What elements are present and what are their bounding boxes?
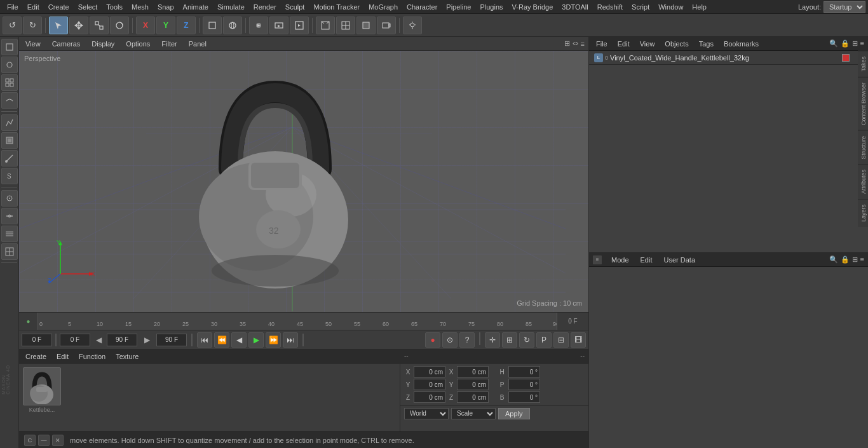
tags-menu-right[interactable]: Tags xyxy=(696,39,717,49)
apply-button[interactable]: Apply xyxy=(498,408,530,419)
menu-animate[interactable]: Animate xyxy=(179,2,213,12)
cameras-menu[interactable]: Cameras xyxy=(50,39,83,49)
menu-edit[interactable]: Edit xyxy=(23,2,44,12)
y-axis-button[interactable]: Y xyxy=(156,17,175,34)
layout-select[interactable]: Startup xyxy=(824,1,865,13)
preview-frame-field[interactable] xyxy=(156,334,187,346)
view-menu[interactable]: View xyxy=(23,39,43,49)
panel-menu[interactable]: Panel xyxy=(186,39,209,49)
edit-menu-right[interactable]: Edit xyxy=(614,39,633,49)
viewport-maximize[interactable]: ⊞ xyxy=(564,39,570,48)
sidebar-grid-mode[interactable] xyxy=(1,74,18,91)
viewport-3d[interactable]: Perspective xyxy=(19,51,588,312)
filter-menu[interactable]: Filter xyxy=(159,39,179,49)
viewport-settings[interactable]: ≡ xyxy=(581,40,585,48)
menu-script[interactable]: Script xyxy=(627,2,654,12)
scale-dropdown[interactable]: Scale xyxy=(451,408,496,419)
status-cinema-icon[interactable]: C xyxy=(24,435,36,446)
sidebar-grid-btn[interactable] xyxy=(1,226,18,242)
attr-lock-icon[interactable]: 🔒 xyxy=(841,255,850,264)
undo-button[interactable]: ↺ xyxy=(3,17,22,34)
scale-tool-button[interactable] xyxy=(90,17,109,34)
menu-motion-tracker[interactable]: Motion Tracker xyxy=(309,2,364,12)
play-button[interactable]: ▶ xyxy=(248,332,264,348)
keyframe-button[interactable]: ? xyxy=(459,332,475,348)
move-tool-button[interactable] xyxy=(69,17,88,34)
menu-file[interactable]: File xyxy=(3,2,23,12)
obj-function-menu[interactable]: Function xyxy=(76,351,108,362)
menu-mesh[interactable]: Mesh xyxy=(127,2,153,12)
redo-button[interactable]: ↻ xyxy=(23,17,42,34)
right-panel-settings[interactable]: ≡ xyxy=(860,39,864,48)
end-frame-field[interactable] xyxy=(107,334,137,346)
texture-mode-button[interactable] xyxy=(223,17,242,34)
menu-plugins[interactable]: Plugins xyxy=(475,2,507,12)
options-menu[interactable]: Options xyxy=(123,39,153,49)
x-axis-button[interactable]: X xyxy=(136,17,155,34)
lock-icon[interactable]: 🔒 xyxy=(841,39,850,48)
sidebar-spline-mode[interactable] xyxy=(1,114,18,131)
pos-y-field[interactable] xyxy=(414,379,445,390)
sidebar-poly-mode[interactable] xyxy=(1,39,18,55)
menu-mograph[interactable]: MoGraph xyxy=(364,2,402,12)
render-view-button[interactable] xyxy=(269,17,288,34)
size-y-field[interactable] xyxy=(457,379,489,390)
world-dropdown[interactable]: World xyxy=(404,408,449,419)
menu-sculpt[interactable]: Sculpt xyxy=(281,2,309,12)
view-menu-right[interactable]: View xyxy=(637,39,658,49)
pos-x-field[interactable] xyxy=(414,366,445,377)
edit-attr-menu[interactable]: Edit xyxy=(637,255,656,265)
content-browser-tab[interactable]: Content Browser xyxy=(858,77,868,130)
extra-btn-3[interactable]: ↻ xyxy=(519,332,534,348)
menu-simulate[interactable]: Simulate xyxy=(213,2,249,12)
current-frame-field[interactable] xyxy=(22,334,52,346)
render-queue-button[interactable] xyxy=(290,17,309,34)
obj-texture-menu[interactable]: Texture xyxy=(113,351,141,362)
sidebar-subdivide-btn[interactable] xyxy=(1,243,18,260)
menu-pipeline[interactable]: Pipeline xyxy=(442,2,475,12)
extra-btn-1[interactable]: ✛ xyxy=(485,332,500,348)
sidebar-param-mode[interactable] xyxy=(1,132,18,149)
menu-redshift[interactable]: Redshift xyxy=(593,2,627,12)
play-reverse-button[interactable]: ◀ xyxy=(231,332,247,348)
obj-edit-menu[interactable]: Edit xyxy=(54,351,71,362)
display-menu[interactable]: Display xyxy=(89,39,117,49)
rotate-tool-button[interactable] xyxy=(110,17,129,34)
pos-z-field[interactable] xyxy=(414,391,445,403)
objects-menu-right[interactable]: Objects xyxy=(661,39,691,49)
object-row[interactable]: L 0 Vinyl_Coated_Wide_Handle_Kettlebell_… xyxy=(589,51,868,65)
attributes-tab[interactable]: Attributes xyxy=(858,164,868,199)
render-button[interactable] xyxy=(249,17,268,34)
start-frame-field[interactable] xyxy=(60,334,90,346)
sidebar-weld-mode[interactable] xyxy=(1,208,18,224)
step-back-button[interactable]: ⏪ xyxy=(214,332,229,348)
extra-btn-2[interactable]: ⊞ xyxy=(502,332,517,348)
menu-window[interactable]: Window xyxy=(654,2,688,12)
sidebar-s-mode[interactable]: S xyxy=(1,168,18,184)
viewport-arrows[interactable]: ⇔ xyxy=(573,39,578,48)
front-view-btn[interactable] xyxy=(356,17,376,34)
motion-path-btn[interactable]: P xyxy=(536,332,552,348)
menu-vray[interactable]: V-Ray Bridge xyxy=(508,2,558,12)
z-axis-button[interactable]: Z xyxy=(177,17,196,34)
menu-character[interactable]: Character xyxy=(402,2,442,12)
menu-help[interactable]: Help xyxy=(688,2,711,12)
status-close-icon[interactable]: ✕ xyxy=(52,435,64,446)
objects-list-content[interactable] xyxy=(589,65,868,252)
model-mode-button[interactable] xyxy=(203,17,222,34)
obj-create-menu[interactable]: Create xyxy=(23,351,49,362)
frame-up-btn[interactable]: ▶ xyxy=(139,334,154,346)
structure-tab[interactable]: Structure xyxy=(858,130,868,165)
status-minimize-icon[interactable]: — xyxy=(38,435,50,446)
menu-render[interactable]: Render xyxy=(249,2,281,12)
menu-tools[interactable]: Tools xyxy=(102,2,127,12)
size-z-field[interactable] xyxy=(457,391,489,403)
record-button[interactable]: ● xyxy=(425,332,440,348)
step-forward-button[interactable]: ⏩ xyxy=(266,332,281,348)
attr-settings-icon[interactable]: ≡ xyxy=(860,255,864,264)
film-btn[interactable]: 🎞 xyxy=(571,332,586,348)
extra-btn-4[interactable]: ⊟ xyxy=(553,332,569,348)
menu-snap[interactable]: Snap xyxy=(153,2,179,12)
rot-p-field[interactable] xyxy=(508,379,540,390)
menu-3dtoall[interactable]: 3DTOAll xyxy=(557,2,592,12)
